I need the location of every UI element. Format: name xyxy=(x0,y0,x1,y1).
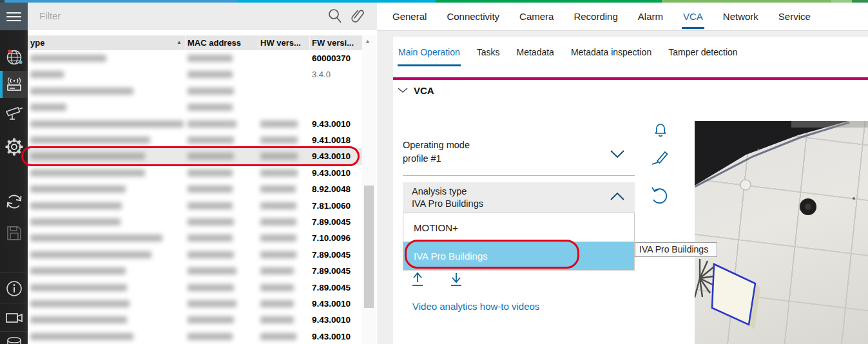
sidebar-item camera-devices-icon[interactable] xyxy=(0,98,28,128)
table-row[interactable]: 9.43.0010 xyxy=(28,148,362,164)
subtab-main-operation[interactable]: Main Operation xyxy=(398,38,461,66)
tab-service[interactable]: Service xyxy=(777,4,812,29)
upload-icon[interactable] xyxy=(410,271,425,291)
vca-section-title: VCA xyxy=(414,85,434,96)
table-row[interactable]: 7.89.0045 xyxy=(28,263,362,279)
redacted-mac-cell xyxy=(188,284,234,291)
tab-bar: GeneralConnectivityCameraRecordingAlarmV… xyxy=(377,3,868,31)
redacted-type-cell xyxy=(30,202,122,209)
scrollbar-thumb[interactable] xyxy=(364,186,374,308)
redacted-mac-cell xyxy=(188,333,233,340)
sidebar xyxy=(0,3,28,344)
redacted-hw-cell xyxy=(260,284,294,291)
tab-general[interactable]: General xyxy=(391,4,428,29)
table-row[interactable]: 9.43.0010 xyxy=(28,165,362,181)
redacted-type-cell xyxy=(30,104,66,111)
sidebar-item video-monitor-icon[interactable] xyxy=(0,304,28,332)
table-row[interactable]: 9.41.0018 xyxy=(28,132,362,148)
subtab-metadata-inspection[interactable]: Metadata inspection xyxy=(570,38,652,66)
column-header-type[interactable]: ype xyxy=(30,38,44,48)
subtab-metadata[interactable]: Metadata xyxy=(516,38,555,66)
redacted-type-cell xyxy=(30,71,64,78)
fw-version-cell: 9.41.0018 xyxy=(312,135,351,145)
dropdown-option-iva-pro-buildings[interactable]: IVA Pro Buildings xyxy=(403,242,634,270)
redacted-mac-cell xyxy=(188,316,234,323)
column-header-mac[interactable]: MAC address xyxy=(188,38,241,48)
paperclip-icon[interactable] xyxy=(350,8,367,28)
redacted-hw-cell xyxy=(260,169,298,177)
sidebar-item save-icon[interactable] xyxy=(0,218,28,249)
table-row[interactable]: 60000370 xyxy=(28,50,362,66)
redacted-type-cell xyxy=(30,333,133,340)
sidebar-item network-scan-icon[interactable] xyxy=(0,44,28,71)
table-scrollbar[interactable]: ▲ xyxy=(362,35,376,344)
chevron-up-icon[interactable] xyxy=(610,191,625,204)
table-row[interactable]: 3.4.0 xyxy=(28,66,362,82)
analysis-type-dropdown[interactable]: Analysis type IVA Pro Buildings xyxy=(403,182,635,213)
redacted-type-cell xyxy=(30,120,184,128)
tab-vca[interactable]: VCA xyxy=(682,4,704,29)
table-row[interactable]: 7.10.0096 xyxy=(28,230,362,246)
tab-alarm[interactable]: Alarm xyxy=(637,4,664,29)
fw-version-cell: 9.43.0010 xyxy=(312,119,351,129)
device-table-header: ype ▲ MAC address HW vers... FW versi... xyxy=(28,35,362,50)
sidebar-item device-list-icon[interactable] xyxy=(0,71,28,98)
analysis-type-label: Analysis type xyxy=(412,186,467,196)
operating-mode-dropdown[interactable]: Operating mode profile #1 xyxy=(403,140,635,176)
table-row[interactable]: 7.89.0045 xyxy=(28,247,362,263)
sidebar-item refresh-icon[interactable] xyxy=(0,186,28,218)
redacted-mac-cell xyxy=(188,251,234,258)
table-row[interactable] xyxy=(28,99,362,115)
sidebar-item settings-gear-icon[interactable] xyxy=(0,129,28,165)
subtab-tasks[interactable]: Tasks xyxy=(476,38,501,66)
tab-connectivity[interactable]: Connectivity xyxy=(445,4,501,29)
download-icon[interactable] xyxy=(449,271,463,291)
fw-version-cell: 7.89.0045 xyxy=(312,266,351,276)
redacted-hw-cell xyxy=(260,234,296,242)
configuration-manager-window: Filter ype ▲ MAC address HW vers... FW v… xyxy=(0,0,868,344)
redacted-type-cell xyxy=(30,300,130,307)
table-row[interactable]: 7.81.0060 xyxy=(28,198,362,214)
table-row[interactable]: 9.43.0010 xyxy=(28,296,362,312)
search-icon[interactable] xyxy=(327,8,343,28)
edit-pencil-icon[interactable] xyxy=(650,148,670,170)
howto-videos-link[interactable]: Video analytics how-to videos xyxy=(412,301,539,312)
redacted-mac-cell xyxy=(188,71,233,78)
sort-ascending-icon[interactable]: ▲ xyxy=(177,39,182,45)
tab-camera[interactable]: Camera xyxy=(518,4,555,29)
hamburger-menu-icon[interactable] xyxy=(0,3,28,30)
fw-version-cell: 7.89.0045 xyxy=(312,217,351,227)
camera-preview-image xyxy=(695,121,868,344)
table-row[interactable]: 9.43.0010 xyxy=(28,116,362,132)
column-header-hw[interactable]: HW vers... xyxy=(260,38,301,48)
undo-icon[interactable] xyxy=(650,186,669,209)
subtab-bar: Main OperationTasksMetadataMetadata insp… xyxy=(393,37,868,67)
tab-network[interactable]: Network xyxy=(722,4,760,29)
table-row[interactable]: 9.43.0010 xyxy=(28,329,362,344)
dropdown-option-motion-[interactable]: MOTION+ xyxy=(403,213,634,242)
redacted-mac-cell xyxy=(188,202,233,209)
table-row[interactable] xyxy=(28,83,362,99)
redacted-hw-cell xyxy=(260,251,296,258)
filter-bar[interactable]: Filter xyxy=(28,3,377,30)
redacted-type-cell xyxy=(30,316,127,323)
device-table: ype ▲ MAC address HW vers... FW versi...… xyxy=(28,35,362,344)
table-row[interactable]: 8.92.0048 xyxy=(28,181,362,197)
table-row[interactable]: 7.89.0045 xyxy=(28,280,362,296)
filter-input[interactable]: Filter xyxy=(39,10,61,21)
table-row[interactable]: 7.89.0045 xyxy=(28,214,362,230)
subtab-tamper-detection[interactable]: Tamper detection xyxy=(668,38,738,66)
chevron-down-icon[interactable] xyxy=(610,149,625,162)
column-header-fw[interactable]: FW versi... xyxy=(312,38,354,48)
sidebar-item storage-icon[interactable] xyxy=(0,332,28,344)
scroll-up-icon[interactable]: ▲ xyxy=(365,38,371,44)
redacted-type-cell xyxy=(30,218,121,225)
tab-recording[interactable]: Recording xyxy=(572,4,619,29)
sidebar-item info-icon[interactable] xyxy=(0,273,28,304)
alarm-bell-icon[interactable] xyxy=(652,120,669,142)
vca-section-header[interactable]: VCA xyxy=(398,84,434,96)
table-row[interactable]: 9.43.0010 xyxy=(28,312,362,328)
redacted-type-cell xyxy=(30,284,127,291)
fw-version-cell: 8.92.0048 xyxy=(312,184,351,194)
redacted-type-cell xyxy=(30,153,145,160)
